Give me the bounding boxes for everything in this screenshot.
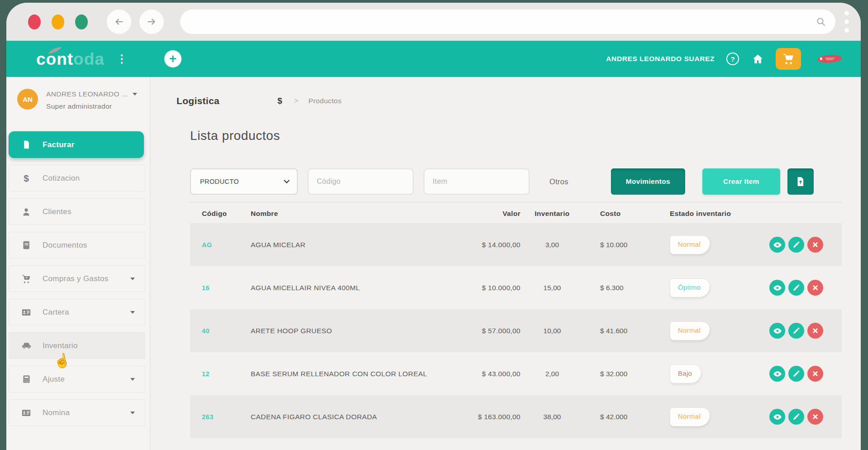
- sidebar-item-documentos[interactable]: Documentos: [9, 232, 145, 259]
- edit-button[interactable]: [788, 409, 804, 425]
- sidebar-item-nomina[interactable]: Nomina: [9, 399, 145, 426]
- view-button[interactable]: [769, 237, 785, 253]
- sidebar-toggle-dots-icon[interactable]: ⋮: [116, 53, 127, 65]
- delete-button[interactable]: [807, 409, 823, 425]
- breadcrumb-current[interactable]: Productos: [308, 97, 341, 105]
- product-code-link[interactable]: AG: [190, 241, 241, 249]
- hand-cursor-icon: ☝: [52, 351, 72, 370]
- create-item-button[interactable]: Crear Item: [702, 168, 780, 195]
- delete-button[interactable]: [807, 280, 823, 296]
- browser-back-button[interactable]: [107, 10, 131, 34]
- filter-toolbar: PRODUCTO Otros Movimientos Crear Item: [190, 168, 861, 195]
- home-button[interactable]: [752, 53, 764, 65]
- delete-button[interactable]: [807, 366, 823, 382]
- product-value: $ 14.000,00: [444, 241, 520, 249]
- sidebar-user-name[interactable]: ANDRES LEONARDO ...: [46, 90, 137, 98]
- edit-button[interactable]: [788, 237, 804, 253]
- chevron-down-icon: [284, 177, 290, 183]
- table-row: 12 BASE SERUM RELLENADOR CON COLOR LOREA…: [190, 352, 842, 395]
- edit-button[interactable]: [788, 280, 804, 296]
- product-name: BASE SERUM RELLENADOR CON COLOR LOREAL: [241, 370, 444, 378]
- close-window-button[interactable]: [28, 14, 41, 29]
- table-row: 16 AGUA MICELLAIR NIVEA 400ML $ 10.000,0…: [190, 266, 842, 309]
- maximize-window-button[interactable]: [75, 14, 88, 29]
- movements-button[interactable]: Movimientos: [611, 168, 685, 195]
- cart-button[interactable]: [776, 48, 801, 70]
- help-button[interactable]: ?: [726, 53, 739, 65]
- product-cost: $ 10.000: [584, 241, 652, 249]
- export-report-button[interactable]: [787, 168, 814, 195]
- chevron-down-icon: [130, 412, 135, 414]
- status-badge: Bajo: [670, 364, 701, 383]
- header-user-name[interactable]: ANDRES LEONARDO SUAREZ: [606, 55, 715, 63]
- sidebar-item-ajuste[interactable]: Ajuste: [9, 366, 145, 393]
- product-name: AGUA MICELLAIR NIVEA 400ML: [241, 284, 444, 292]
- chevron-down-icon: [130, 311, 135, 314]
- product-value: $ 10.000,00: [444, 284, 520, 292]
- view-button[interactable]: [769, 409, 785, 425]
- id-card-icon: [20, 408, 32, 418]
- product-name: CADENA FIGARO CLASICA DORADA: [241, 413, 444, 421]
- column-header-costo: Costo: [584, 210, 652, 218]
- view-button[interactable]: [769, 323, 785, 339]
- product-type-select[interactable]: PRODUCTO: [190, 168, 298, 195]
- breadcrumb-chevron-icon: >: [294, 96, 298, 105]
- dollar-icon: $: [20, 173, 32, 184]
- product-code-link[interactable]: 40: [190, 327, 241, 335]
- others-label: Otros: [549, 177, 568, 186]
- logo-text-secondary: oda: [73, 50, 105, 68]
- product-name: ARETE HOOP GRUESO: [241, 327, 444, 335]
- sidebar-item-inventario[interactable]: Inventario ☝: [9, 332, 145, 359]
- book-icon: [20, 240, 32, 250]
- address-bar-input[interactable]: [192, 18, 816, 26]
- calculator-icon: [20, 374, 32, 384]
- item-filter-input[interactable]: [424, 168, 529, 195]
- delete-button[interactable]: [807, 237, 823, 253]
- table-row: AG AGUA MICELAR $ 14.000,00 3,00 $ 10.00…: [190, 223, 842, 266]
- sidebar-item-clientes[interactable]: Clientes: [9, 198, 145, 225]
- view-button[interactable]: [769, 366, 785, 382]
- product-code-link[interactable]: 16: [190, 284, 241, 292]
- sidebar-item-cartera[interactable]: Cartera: [9, 299, 145, 326]
- product-name: AGUA MICELAR: [241, 241, 444, 249]
- page-title: Lista productos: [190, 129, 861, 143]
- edit-button[interactable]: [788, 366, 804, 382]
- main-content: Logistica $ > Productos Lista productos …: [150, 77, 861, 450]
- product-inventory: 10,00: [520, 327, 584, 335]
- product-value: $ 57.000,00: [444, 327, 520, 335]
- sidebar-item-cotizacion[interactable]: $ Cotizacion: [9, 165, 145, 191]
- search-icon: [816, 16, 826, 27]
- product-code-link[interactable]: 263: [190, 413, 241, 421]
- minimize-window-button[interactable]: [52, 14, 64, 29]
- column-header-inventario: Inventario: [520, 210, 584, 218]
- person-icon: [20, 207, 32, 217]
- delete-button[interactable]: [807, 323, 823, 339]
- quick-add-button[interactable]: +: [164, 50, 181, 67]
- rocket-icon: [47, 46, 63, 55]
- view-button[interactable]: [769, 280, 785, 296]
- browser-menu-button[interactable]: [844, 11, 849, 33]
- car-icon: [20, 340, 32, 351]
- shopping-cart-icon: [20, 274, 32, 284]
- sidebar: AN ANDRES LEONARDO ... Super administrad…: [6, 77, 150, 450]
- status-badge: Normal: [670, 321, 710, 340]
- products-table: Código Nombre Valor Inventario Costo Est…: [190, 202, 842, 438]
- edit-button[interactable]: [788, 323, 804, 339]
- sidebar-user-block: AN ANDRES LEONARDO ... Super administrad…: [6, 77, 150, 110]
- invoice-icon: [20, 140, 32, 149]
- dollar-icon: $: [277, 96, 282, 106]
- chevron-down-icon: [130, 278, 135, 280]
- code-filter-input[interactable]: [308, 168, 414, 195]
- sidebar-menu: Facturar $ Cotizacion Clientes Documento…: [6, 131, 150, 426]
- product-inventory: 3,00: [520, 241, 584, 249]
- product-inventory: 38,00: [520, 413, 584, 421]
- product-code-link[interactable]: 12: [190, 370, 241, 378]
- sidebar-item-facturar[interactable]: Facturar: [9, 131, 144, 158]
- browser-forward-button[interactable]: [139, 10, 164, 34]
- sidebar-item-compras-y-gastos[interactable]: Compras y Gastos: [9, 265, 145, 292]
- address-bar-container: [180, 10, 835, 34]
- column-header-nombre: Nombre: [241, 210, 444, 218]
- product-inventory: 15,00: [520, 284, 584, 292]
- product-cost: $ 6.300: [584, 284, 652, 292]
- brand-logo: [816, 53, 844, 64]
